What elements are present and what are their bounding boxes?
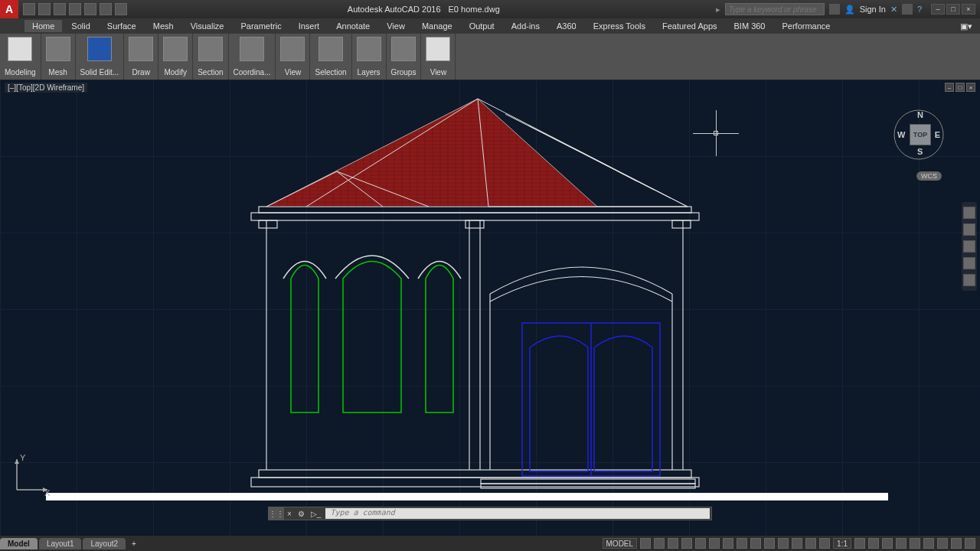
panel-solidedit[interactable]: Solid Edit... <box>76 34 125 80</box>
tab-parametric[interactable]: Parametric <box>233 20 289 32</box>
3dosnap-icon[interactable] <box>764 538 775 549</box>
panel-view1[interactable]: View <box>276 34 310 80</box>
lweight-toggle-icon[interactable] <box>723 538 733 549</box>
modify-icon[interactable] <box>163 37 188 61</box>
qat-open-icon[interactable] <box>38 3 51 15</box>
tab-addins[interactable]: Add-ins <box>504 20 547 32</box>
qat-undo-icon[interactable] <box>100 3 112 15</box>
infocenter-icon[interactable] <box>829 4 840 15</box>
tab-output[interactable]: Output <box>462 20 502 32</box>
tab-insert[interactable]: Insert <box>291 20 328 32</box>
wheel-icon[interactable] <box>963 207 975 219</box>
otrack-toggle-icon[interactable] <box>709 538 720 549</box>
tab-featured[interactable]: Featured Apps <box>655 20 725 32</box>
snap-toggle-icon[interactable] <box>654 538 665 549</box>
viewcube-east[interactable]: E <box>935 130 940 139</box>
annoscale-icon[interactable] <box>819 538 830 549</box>
quickprops-icon[interactable] <box>896 538 906 549</box>
close-icon[interactable]: × <box>962 4 975 15</box>
tab-visualize[interactable]: Visualize <box>183 20 232 32</box>
draw-icon[interactable] <box>129 37 153 61</box>
wcs-label[interactable]: WCS <box>916 171 942 181</box>
signin-button[interactable]: Sign In <box>860 5 886 14</box>
maximize-icon[interactable]: □ <box>946 4 960 15</box>
filter-icon[interactable] <box>792 538 802 549</box>
ucs-icon[interactable]: X Y <box>9 452 55 497</box>
grid-toggle-icon[interactable] <box>640 538 651 549</box>
cmd-customize-icon[interactable]: ⚙ <box>295 510 308 518</box>
layers-icon[interactable] <box>357 37 381 61</box>
workspace-icon[interactable] <box>854 538 865 549</box>
isolate-icon[interactable] <box>923 538 934 549</box>
app-logo[interactable]: A <box>0 0 18 18</box>
lock-icon[interactable] <box>910 538 920 549</box>
panel-modify[interactable]: Modify <box>158 34 193 80</box>
tab-view[interactable]: View <box>379 20 413 32</box>
zoom-icon[interactable] <box>963 240 975 253</box>
orbit-icon[interactable] <box>963 257 975 269</box>
showmotion-icon[interactable] <box>963 274 975 286</box>
gizmo-icon[interactable] <box>805 538 816 549</box>
box-icon[interactable] <box>8 37 32 61</box>
viewcube[interactable]: TOP N S E W <box>888 103 949 164</box>
section-icon[interactable] <box>198 37 223 61</box>
tab-annotate[interactable]: Annotate <box>328 20 377 32</box>
viewcube-west[interactable]: W <box>897 130 905 139</box>
tab-surface[interactable]: Surface <box>100 20 144 32</box>
mesh-icon[interactable] <box>46 37 70 61</box>
panel-mesh[interactable]: Mesh <box>41 34 76 80</box>
command-line[interactable]: ⋮⋮ × ⚙ ▷_ Type a command <box>268 507 712 520</box>
folder-icon[interactable] <box>426 37 450 61</box>
tab-home[interactable]: Home <box>24 20 62 32</box>
polar-toggle-icon[interactable] <box>681 538 692 549</box>
ortho-toggle-icon[interactable] <box>668 538 678 549</box>
panel-groups[interactable]: Groups <box>387 34 422 80</box>
tab-mesh[interactable]: Mesh <box>145 20 181 32</box>
units-icon[interactable] <box>882 538 893 549</box>
qat-saveas-icon[interactable] <box>69 3 81 15</box>
ribbon-settings-icon[interactable]: ▣▾ <box>952 20 980 33</box>
tab-express[interactable]: Express Tools <box>586 20 653 32</box>
tab-layout2[interactable]: Layout2 <box>83 538 126 549</box>
dynucs-icon[interactable] <box>778 538 789 549</box>
tab-manage[interactable]: Manage <box>414 20 460 32</box>
panel-modeling[interactable]: Modeling <box>0 34 41 80</box>
qat-save-icon[interactable] <box>54 3 66 15</box>
command-input[interactable]: Type a command <box>325 508 710 519</box>
minimize-icon[interactable]: – <box>931 4 945 15</box>
panel-layers[interactable]: Layers <box>352 34 387 80</box>
customize-icon[interactable] <box>965 538 975 549</box>
transparency-icon[interactable] <box>737 538 747 549</box>
pan-icon[interactable] <box>963 223 975 236</box>
qat-redo-icon[interactable] <box>115 3 127 15</box>
cleanscreen-icon[interactable] <box>951 538 962 549</box>
annomon-icon[interactable] <box>868 538 879 549</box>
tab-layout1[interactable]: Layout1 <box>39 538 82 549</box>
solid-edit-icon[interactable] <box>87 37 112 61</box>
tab-solid[interactable]: Solid <box>64 20 97 32</box>
panel-coordinates[interactable]: Coordina... <box>229 34 276 80</box>
viewcube-north[interactable]: N <box>917 110 923 119</box>
viewcube-south[interactable]: S <box>917 147 923 156</box>
tab-model[interactable]: Model <box>0 538 38 549</box>
add-layout-icon[interactable]: + <box>127 538 141 549</box>
coordinates-icon[interactable] <box>240 37 264 61</box>
tab-bim360[interactable]: BIM 360 <box>727 20 773 32</box>
qat-new-icon[interactable] <box>23 3 35 15</box>
groups-icon[interactable] <box>391 37 416 61</box>
panel-section[interactable]: Section <box>193 34 228 80</box>
exchange-icon[interactable]: ✕ <box>890 5 897 15</box>
a360-icon[interactable] <box>902 4 913 15</box>
panel-view2[interactable]: View <box>421 34 456 80</box>
status-scale[interactable]: 1:1 <box>833 538 851 549</box>
hardware-icon[interactable] <box>937 538 948 549</box>
tab-a360[interactable]: A360 <box>549 20 584 32</box>
selection-icon[interactable] <box>318 37 343 61</box>
search-input[interactable] <box>725 3 825 15</box>
panel-selection[interactable]: Selection <box>310 34 351 80</box>
cmd-grip-icon[interactable]: ⋮⋮ <box>269 507 284 520</box>
viewcube-face[interactable]: TOP <box>910 124 931 145</box>
cmd-close-icon[interactable]: × <box>284 510 295 518</box>
tab-performance[interactable]: Performance <box>774 20 838 32</box>
panel-draw[interactable]: Draw <box>124 34 158 80</box>
